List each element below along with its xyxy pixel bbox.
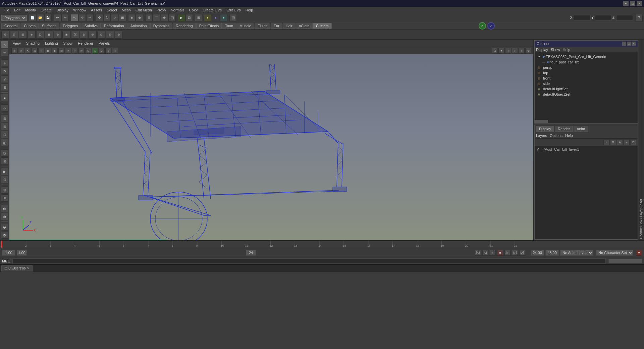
tree-item-side[interactable]: ◎ side — [536, 81, 636, 86]
shelf-icon-1[interactable]: ⊕ — [1, 31, 9, 39]
view-menu-lighting[interactable]: Lighting — [44, 41, 59, 46]
outliner-menu-display[interactable]: Display — [536, 48, 548, 52]
shelf-tab-polygons[interactable]: Polygons — [60, 23, 81, 29]
outliner-menu-help[interactable]: Help — [563, 48, 571, 52]
layer-menu-layers[interactable]: Layers — [536, 134, 547, 138]
menu-create-uvs[interactable]: Create UVs — [201, 7, 224, 13]
layer-btn-ref[interactable]: R — [610, 139, 616, 145]
vp-icon-grid[interactable]: # — [18, 48, 24, 54]
vp-icon-light[interactable]: ☀ — [65, 48, 71, 54]
tool-rotate[interactable]: ↻ — [1, 67, 8, 75]
view-menu-shading[interactable]: Shading — [25, 41, 41, 46]
shelf-tab-general[interactable]: General — [1, 23, 20, 29]
range-input-mid[interactable] — [246, 250, 256, 256]
maximize-button[interactable]: □ — [630, 1, 635, 6]
layer-btn-new[interactable]: + — [603, 139, 609, 145]
menu-select[interactable]: Select — [105, 7, 119, 13]
toolbar-btn-scale[interactable]: ⤢ — [111, 14, 118, 21]
vp-icon-poly[interactable]: ⊞ — [32, 48, 38, 54]
toolbar-btn-lasso[interactable]: ⊹ — [78, 14, 86, 21]
shelf-tab-surfaces[interactable]: Surfaces — [39, 23, 59, 29]
taskbar-close[interactable]: ✕ — [27, 266, 30, 270]
shelf-tab-subdivs[interactable]: Subdivs — [82, 23, 101, 29]
vp-icon-2[interactable]: 2 — [99, 48, 105, 54]
shelf-tab-animation[interactable]: Animation — [127, 23, 150, 29]
tree-item-four-post[interactable]: — ⊕ four_post_car_lift — [536, 59, 636, 65]
menu-help[interactable]: Help — [244, 7, 255, 13]
shelf-icon-10[interactable]: ⊗ — [80, 31, 88, 39]
tool-ipr[interactable]: ⊡ — [1, 176, 8, 183]
shelf-tab-curves[interactable]: Curves — [21, 23, 39, 29]
vp-icon-settings[interactable]: ⚙ — [525, 48, 531, 54]
menu-assets[interactable]: Assets — [89, 7, 104, 13]
tool-display-smooth[interactable]: ⊞ — [1, 123, 8, 130]
toolbar-btn-light2[interactable]: ● — [212, 14, 219, 21]
vp-icon-prev[interactable]: ◁ — [505, 48, 511, 54]
menu-edit[interactable]: Edit — [12, 7, 22, 13]
window-controls[interactable]: − □ × — [623, 1, 642, 6]
taskbar-item-maya[interactable]: ◫ C:\Users\lib ✕ — [1, 265, 33, 271]
menu-file[interactable]: File — [1, 7, 11, 13]
shelf-tab-muscle[interactable]: Muscle — [236, 23, 254, 29]
shelf-tab-custom[interactable]: Custom — [313, 23, 332, 29]
layer-row-post-car-lift[interactable]: V | /Post_Car_Lift_layer1 — [535, 147, 637, 152]
end-time-field-2[interactable] — [545, 250, 559, 256]
shelf-icon-13[interactable]: ⊚ — [106, 31, 114, 39]
toolbar-btn-redo[interactable]: ↪ — [61, 14, 69, 21]
shelf-tab-rendering[interactable]: Rendering — [173, 23, 196, 29]
toolbar-btn-paint[interactable]: ✏ — [86, 14, 94, 21]
vp-icon-tex[interactable]: ▣ — [45, 48, 51, 54]
tool-paint-skin[interactable]: ◐ — [1, 205, 8, 212]
menu-modify[interactable]: Modify — [23, 7, 38, 13]
tool-snap[interactable]: ⊛ — [1, 194, 8, 202]
workspace-dropdown[interactable]: Polygons — [1, 15, 27, 21]
vp-icon-info[interactable]: i — [519, 48, 525, 54]
layer-btn-add[interactable]: A — [617, 139, 623, 145]
vp-icon-ao[interactable]: ◑ — [58, 48, 64, 54]
shelf-icon-11[interactable]: ⊘ — [89, 31, 97, 39]
vp-icon-film[interactable]: ⊡ — [492, 48, 498, 54]
outliner-max-btn[interactable]: □ — [627, 42, 631, 46]
layer-tab-render[interactable]: Render — [555, 126, 573, 132]
layer-tab-anim[interactable]: Anim — [574, 126, 588, 132]
timeline-canvas[interactable] — [0, 241, 520, 248]
shelf-tab-ncloth[interactable]: nCloth — [296, 23, 313, 29]
vp-icon-bookmark[interactable]: ▼ — [498, 48, 504, 54]
toolbar-btn-light1[interactable]: ● — [204, 14, 211, 21]
toolbar-btn-light3[interactable]: ● — [220, 14, 227, 21]
shelf-tab-fur[interactable]: Fur — [271, 23, 282, 29]
shelf-icon-4[interactable]: ◈ — [28, 31, 36, 39]
btn-stop[interactable]: ■ — [497, 250, 503, 256]
toolbar-btn-open[interactable]: 📂 — [37, 14, 44, 21]
toolbar-btn-snap-view[interactable]: ◫ — [168, 14, 176, 21]
view-menu-panels[interactable]: Panels — [97, 41, 111, 46]
y-coord-field[interactable] — [595, 15, 612, 20]
vp-icon-camera[interactable]: ◎ — [11, 48, 17, 54]
tool-display-wire[interactable]: ◫ — [1, 139, 8, 146]
tool-sculpt[interactable]: ◑ — [1, 213, 8, 220]
toolbar-btn-universal[interactable]: ⊞ — [119, 14, 126, 21]
layer-btn-del[interactable]: − — [624, 139, 630, 145]
vp-icon-motion[interactable]: ≫ — [78, 48, 85, 54]
toolbar-btn-soft[interactable]: ◈ — [128, 14, 136, 21]
menu-edit-mesh[interactable]: Edit Mesh — [133, 7, 154, 13]
tree-item-persp[interactable]: ◎ persp — [536, 65, 636, 70]
tool-move[interactable]: ✛ — [1, 59, 8, 67]
vp-icon-shadow[interactable]: ◐ — [52, 48, 58, 54]
start-time-field[interactable] — [2, 250, 15, 256]
tree-item-fbx-root[interactable]: ▾ ⊕ FBXASC052_Post_Car_Lift_Generic — [536, 54, 636, 59]
toolbar-btn-snap-curve[interactable]: ⌒ — [153, 14, 160, 21]
shelf-tab-hair[interactable]: Hair — [283, 23, 296, 29]
tool-display-box[interactable]: ⊟ — [1, 115, 8, 122]
btn-goto-end[interactable]: ▷| — [519, 250, 525, 256]
shelf-icon-7[interactable]: ⊛ — [54, 31, 62, 39]
vp-icon-next[interactable]: ▷ — [512, 48, 518, 54]
vp-icon-4[interactable]: 4 — [112, 48, 118, 54]
command-input[interactable] — [12, 258, 606, 264]
char-set-dropdown[interactable]: No Character Set — [596, 250, 633, 256]
menu-color[interactable]: Color — [187, 7, 200, 13]
tool-paint-select[interactable]: ✏ — [1, 49, 8, 56]
shelf-icon-5[interactable]: ⊡ — [36, 31, 44, 39]
vp-icon-1[interactable]: 1 — [92, 48, 98, 54]
outliner-x-btn[interactable]: × — [632, 42, 636, 46]
